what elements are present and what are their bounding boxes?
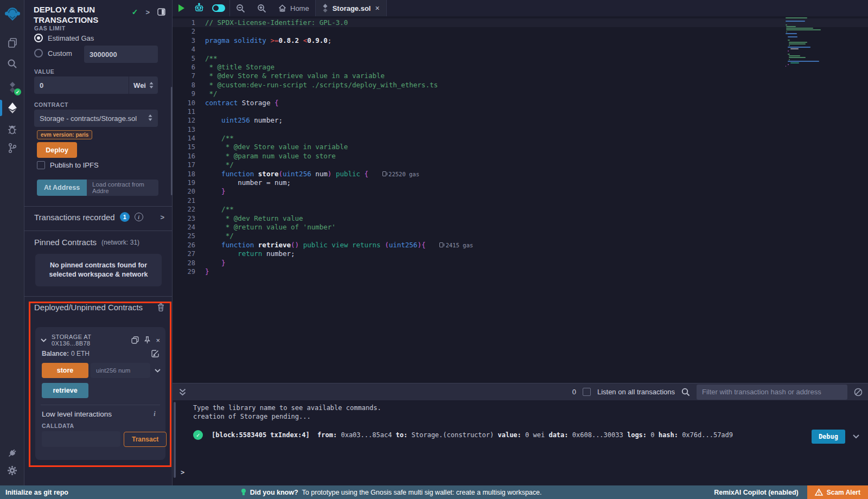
git-init-button[interactable]: Initialize as git repo (0, 489, 68, 496)
panel-expand-icon[interactable]: > (145, 8, 150, 16)
lowlevel-info-icon[interactable]: i (150, 410, 159, 418)
code-line[interactable]: 27 return number; (173, 250, 868, 258)
code-line[interactable]: 18 function store(uint256 num) public {2… (173, 170, 868, 178)
store-button[interactable]: store (42, 363, 88, 378)
expand-tx-icon[interactable] (853, 434, 859, 439)
terminal-scrollbar[interactable] (174, 402, 176, 478)
code-line[interactable]: 10contract Storage { (173, 99, 868, 107)
transactions-expand-icon[interactable]: > (160, 213, 164, 221)
code-line[interactable]: 17 */ (173, 161, 868, 169)
zoom-out-button[interactable] (230, 0, 251, 16)
code-line[interactable]: 15 * @dev Store value in variable (173, 143, 868, 151)
contract-select[interactable]: Storage - contracts/Storage.sol (34, 110, 158, 127)
estimated-gas-radio[interactable] (34, 34, 43, 42)
code-line[interactable]: 11 (173, 107, 868, 116)
code-line[interactable]: 14 /** (173, 134, 868, 143)
code-line[interactable]: 24 * @return value of 'number' (173, 223, 868, 232)
code-line[interactable]: 6 * @title Storage (173, 63, 868, 72)
remix-logo-icon[interactable] (0, 3, 24, 25)
code-line[interactable]: 13 (173, 125, 868, 134)
transactions-recorded-row[interactable]: Transactions recorded 1 i > (34, 212, 164, 222)
retrieve-button[interactable]: retrieve (42, 383, 88, 398)
code-line[interactable]: 23 * @dev Return value (173, 214, 868, 223)
terminal-prompt[interactable]: > (181, 469, 184, 476)
solidity-compiler-icon[interactable]: ✓ (0, 78, 24, 97)
publish-ipfs-checkbox[interactable] (37, 161, 45, 169)
filter-input[interactable]: Filter with transaction hash or address (697, 385, 847, 400)
code-line[interactable]: 4 (173, 45, 868, 54)
code-line[interactable]: 5/** (173, 54, 868, 63)
value-input[interactable]: 0 (34, 76, 129, 94)
code-line[interactable]: 26 function retrieve() public view retur… (173, 241, 868, 250)
collapse-terminal-icon[interactable] (179, 388, 186, 396)
publish-ipfs-option[interactable]: Publish to IPFS (37, 161, 99, 169)
code-editor[interactable]: 1// SPDX-License-Identifier: GPL-3.023pr… (173, 16, 868, 383)
pin-instance-icon[interactable] (144, 336, 151, 344)
tab-home[interactable]: Home (272, 0, 315, 16)
did-you-know-tip: Did you know? To prototype using the Gno… (68, 489, 714, 496)
gas-pump-icon (382, 171, 386, 176)
minimap[interactable] (786, 17, 829, 67)
listen-all-checkbox[interactable] (583, 388, 591, 396)
custom-gas-option[interactable]: Custom (34, 49, 72, 57)
code-line[interactable]: 7 * @dev Store & retrieve value in a var… (173, 72, 868, 80)
code-line[interactable]: 28 } (173, 259, 868, 267)
code-line[interactable]: 29} (173, 267, 868, 276)
code-line[interactable]: 8 * @custom:dev-run-script ./scripts/dep… (173, 81, 868, 89)
ai-assistant-button[interactable] (190, 0, 208, 16)
code-line[interactable]: 21 (173, 196, 868, 205)
file-explorer-icon[interactable] (0, 34, 24, 52)
debugger-icon[interactable] (0, 120, 24, 139)
code-line[interactable]: 16 * @param num value to store (173, 152, 868, 161)
code-line[interactable]: 19 number = num; (173, 178, 868, 187)
search-icon[interactable] (0, 54, 24, 73)
store-arg-input[interactable]: uint256 num (91, 363, 150, 378)
run-script-button[interactable] (173, 0, 190, 16)
value-unit-select[interactable]: Wei (129, 76, 158, 94)
close-tab-icon[interactable]: × (375, 4, 379, 12)
transact-button[interactable]: Transact (124, 432, 167, 447)
estimated-gas-option[interactable]: Estimated Gas (34, 34, 94, 42)
copilot-toggle[interactable] (208, 0, 229, 16)
code-line[interactable]: 20 } (173, 187, 868, 196)
custom-gas-radio[interactable] (34, 49, 43, 57)
code-line[interactable]: 12 uint256 number; (173, 116, 868, 125)
git-icon[interactable] (0, 139, 24, 157)
code-line[interactable]: 22 /** (173, 205, 868, 214)
warning-icon (815, 489, 823, 496)
debug-button[interactable]: Debug (812, 430, 845, 444)
trash-icon[interactable] (157, 303, 164, 311)
edit-balance-icon[interactable] (151, 350, 159, 357)
custom-gas-input[interactable]: 3000000 (84, 46, 158, 63)
copy-address-icon[interactable] (131, 336, 139, 344)
calldata-input[interactable] (42, 431, 120, 447)
pin-panel-icon[interactable] (157, 8, 165, 16)
gas-estimate-hint: 2415 gas (439, 241, 473, 250)
tab-storage-sol[interactable]: Storage.sol × (316, 0, 386, 16)
zoom-out-icon (236, 4, 245, 13)
deploy-button[interactable]: Deploy (37, 142, 77, 158)
terminal[interactable]: Type the library name to see available c… (173, 400, 868, 485)
settings-gear-icon[interactable] (0, 461, 24, 479)
play-icon (178, 4, 184, 12)
info-icon[interactable]: i (135, 213, 143, 221)
clear-console-icon[interactable] (854, 388, 863, 396)
scam-alert-button[interactable]: Scam Alert (807, 485, 868, 499)
code-line[interactable]: 25 */ (173, 232, 868, 240)
close-instance-icon[interactable]: × (156, 336, 160, 344)
expand-args-icon[interactable] (155, 369, 161, 373)
at-address-input[interactable]: Load contract from Addre (87, 180, 158, 196)
code-line[interactable]: 2 (173, 27, 868, 36)
at-address-button[interactable]: At Address (37, 180, 87, 196)
deploy-run-icon[interactable] (0, 99, 24, 117)
panel-scrollbar[interactable] (171, 87, 173, 195)
search-transactions-icon[interactable] (681, 388, 690, 396)
code-line[interactable]: 3pragma solidity >=0.8.2 <0.9.0; (173, 36, 868, 45)
plugin-manager-icon[interactable] (0, 444, 24, 462)
zoom-in-button[interactable] (251, 0, 272, 16)
code-line[interactable]: 9 */ (173, 89, 868, 98)
copilot-status[interactable]: RemixAI Copilot (enabled) (714, 489, 807, 496)
code-line[interactable]: 1// SPDX-License-Identifier: GPL-3.0 (173, 18, 868, 27)
collapse-instance-icon[interactable] (41, 338, 47, 342)
transaction-log-row[interactable]: ✓ [block:5583405 txIndex:4] from: 0xa03.… (193, 430, 859, 444)
